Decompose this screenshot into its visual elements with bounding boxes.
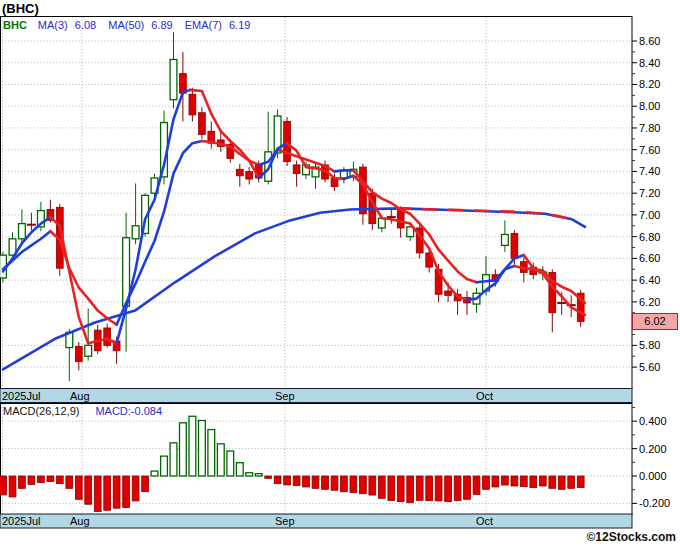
macd-bar-negative [47, 476, 54, 482]
candle-body-up [170, 59, 177, 99]
month-label: Sep [275, 390, 295, 402]
y-axis-label: 6.20 [639, 296, 660, 308]
y-axis-label: 7.80 [639, 122, 660, 134]
candle-body-up [19, 224, 26, 239]
macd-bar-negative [132, 476, 139, 501]
macd-bar-negative [558, 476, 565, 489]
macd-bar-negative [397, 476, 404, 502]
macd-bar-positive [227, 451, 234, 476]
macd-bar-negative [511, 476, 518, 486]
macd-bar-positive [255, 474, 262, 476]
y-axis-label: -0.200 [639, 497, 670, 509]
month-label: Aug [70, 390, 90, 402]
macd-bar-positive [170, 443, 177, 476]
chart-canvas: 8.608.408.208.007.807.607.407.207.006.80… [0, 0, 680, 546]
macd-bar-negative [464, 476, 471, 499]
candle-body-down [199, 113, 206, 135]
candle-body-down [284, 121, 291, 161]
macd-params-label: MACD(26,12,9) [3, 405, 79, 417]
macd-bar-negative [9, 476, 16, 497]
stock-chart-page: 8.608.408.208.007.807.607.407.207.006.80… [0, 0, 680, 546]
macd-bar-negative [388, 476, 395, 500]
month-label: 2025Jul [2, 390, 41, 402]
macd-bar-negative [483, 476, 490, 489]
macd-bar-negative [113, 476, 120, 508]
y-axis-label: 8.40 [639, 57, 660, 69]
y-axis-label: 7.20 [639, 187, 660, 199]
macd-bar-positive [180, 423, 187, 476]
y-axis-label: 8.00 [639, 100, 660, 112]
macd-bar-negative [473, 476, 480, 494]
macd-bar-negative [416, 476, 423, 500]
legend-item: EMA(7)6.19 [185, 19, 251, 31]
page-title: (BHC) [2, 1, 39, 16]
macd-legend: MACD(26,12,9) MACD:-0.084 [3, 405, 162, 417]
y-axis-label: 7.00 [639, 209, 660, 221]
legend-items: MA(3)6.08MA(50)6.89EMA(7)6.19 [38, 19, 251, 31]
y-axis-label: 7.40 [639, 165, 660, 177]
macd-bar-positive [161, 456, 168, 476]
macd-bar-positive [189, 416, 196, 476]
macd-bar-negative [142, 476, 149, 492]
macd-bar-negative [66, 476, 73, 488]
macd-bar-negative [56, 476, 63, 484]
candle-body-up [502, 234, 509, 245]
candle-body-down [511, 233, 518, 258]
ma-label: EMA(7) [185, 19, 222, 31]
candle-body-up [132, 226, 139, 239]
legend-item: MA(3)6.08 [38, 19, 96, 31]
legend-item: MA(50)6.89 [108, 19, 172, 31]
y-axis-label: 0.000 [639, 470, 667, 482]
ma-value: 6.08 [75, 19, 96, 31]
macd-bar-negative [284, 476, 291, 485]
macd-bar-negative [28, 476, 35, 484]
y-axis-label: 5.60 [639, 361, 660, 373]
macd-bar-negative [85, 476, 92, 504]
macd-bar-negative [549, 476, 556, 488]
macd-bar-negative [520, 476, 527, 487]
macd-bar-negative [369, 476, 376, 495]
date-band-macd [0, 514, 632, 528]
macd-bar-negative [407, 476, 414, 503]
ma-label: MA(3) [38, 19, 68, 31]
last-price-badge: 6.02 [632, 313, 678, 330]
macd-bar-negative [293, 476, 300, 486]
macd-bar-negative [341, 476, 348, 492]
y-axis-label: 0.200 [639, 443, 667, 455]
candle-body-down [189, 94, 196, 115]
macd-bar-negative [502, 476, 509, 485]
macd-bar-negative [104, 476, 111, 510]
macd-bar-negative [492, 476, 499, 487]
macd-bar-negative [331, 476, 338, 490]
macd-bar-negative [303, 476, 310, 487]
copyright-watermark: ©12Stocks.com [0, 530, 676, 544]
candle-body-down [445, 291, 452, 295]
candle-body-down [75, 346, 82, 361]
month-label: 2025Jul [2, 515, 41, 527]
macd-bar-negative [445, 476, 452, 502]
y-axis-label: 6.80 [639, 231, 660, 243]
macd-bar-negative [360, 476, 367, 494]
month-label: Aug [70, 515, 90, 527]
candle-body-down [293, 165, 300, 174]
macd-bar-negative [322, 476, 329, 489]
month-label: Oct [476, 390, 493, 402]
candle-body-down [246, 171, 253, 179]
ma-value: 6.89 [151, 19, 172, 31]
macd-bar-positive [217, 444, 224, 476]
candle-body-down [236, 169, 243, 176]
ma-label: MA(50) [108, 19, 144, 31]
macd-bar-positive [199, 421, 206, 476]
macd-bar-negative [577, 476, 584, 488]
macd-bar-negative [530, 476, 537, 488]
price-legend: BHC MA(3)6.08MA(50)6.89EMA(7)6.19 [3, 19, 250, 31]
macd-bar-negative [378, 476, 385, 498]
legend-symbol: BHC [3, 19, 27, 31]
macd-bar-negative [94, 476, 101, 511]
macd-bar-negative [568, 476, 575, 488]
y-axis-label: 8.20 [639, 78, 660, 90]
macd-bar-positive [236, 463, 243, 476]
macd-bar-negative [38, 476, 45, 483]
macd-bar-negative [75, 476, 82, 499]
candle-body-down [104, 328, 111, 345]
